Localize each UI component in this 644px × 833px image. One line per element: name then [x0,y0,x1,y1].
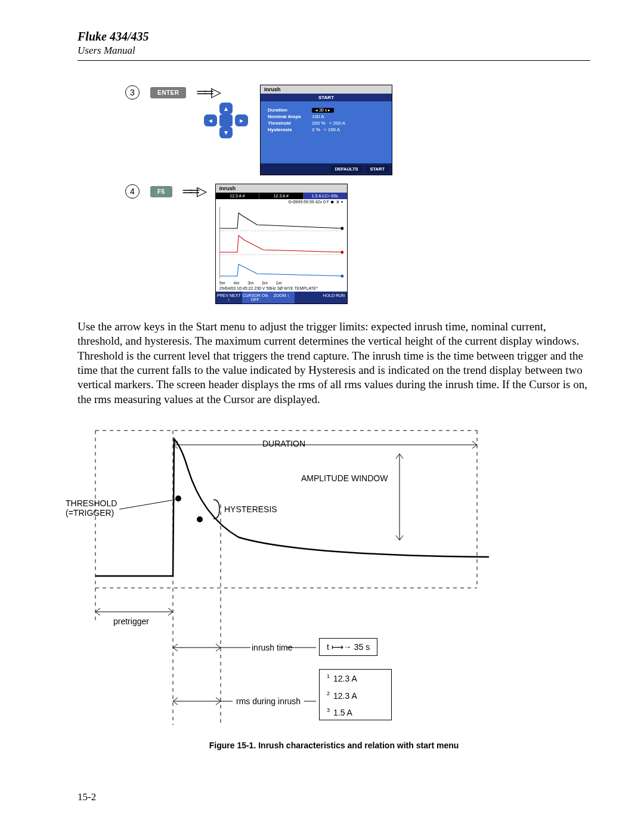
hysteresis-value: 2 % [312,127,320,132]
screen2-status: 29/04/03 10:45:22 230 V 50Hz 3Ø WYE TEMP… [216,286,347,292]
softkey-hold: HOLD RUN [321,292,347,304]
duration-value: ◂ 30 s ▸ [312,108,334,113]
svg-point-2 [340,227,343,230]
axis-5m: 5m [219,281,225,285]
screen2-tab2: 12.3 A # [259,193,303,199]
defaults-softkey: DEFAULTS [330,165,363,173]
softkey-prev-next: PREV NEXT ↕ [216,292,242,304]
r1-sup: 1 [327,673,330,679]
inrush-time-label: inrush time [252,643,292,652]
doc-title: Fluke 434/435 [78,30,590,44]
dpad-icon: ▴ ▾ ◂ ▸ [203,103,249,138]
figure-caption: Figure 15-1. Inrush characteristics and … [78,741,590,750]
axis-3m: 3m [247,281,253,285]
body-paragraph: Use the arrow keys in the Start menu to … [78,320,590,407]
softkey-cursor: CURSOR ON OFF [242,292,268,304]
svg-line-15 [119,500,175,509]
screen2-tab1: 12.3 A # [216,193,259,199]
inrush-trend-screen: Inrush 12.3 A # 12.3 A # 1.5 A LC= 65s 0… [215,184,348,304]
figure-15-1: DURATION AMPLITUDE WINDOW THRESHOLD (=TR… [83,421,489,737]
svg-point-13 [175,496,181,501]
r2-sup: 2 [327,690,330,696]
pretrigger-label: pretrigger [113,617,149,626]
amplitude-window-label: AMPLITUDE WINDOW [301,473,388,483]
hysteresis-label: Hysteresis [268,127,308,132]
t-readout-box: t ⟼→ 35 s [319,638,377,656]
rms-during-inrush-label: rms during inrush [236,696,301,706]
f5-key: F5 [150,186,172,197]
page-number: 15-2 [78,791,96,803]
svg-point-14 [197,516,203,522]
axis-1m: 1m [276,281,282,285]
arrow-icon: ══▷ [183,184,205,199]
screen2-title: Inrush [216,184,347,193]
r2-val: 12.3 A [333,690,357,700]
hysteresis-eq: = 190 A [324,127,340,132]
screen2-sub: 0=0999:59:59 42x 0 F ⏺ ⏸ ◆ [216,199,347,205]
screen2-tab3: 1.5 A LC= 65s [304,193,347,199]
step-4-row: 4 F5 ══▷ Inrush 12.3 A # 12.3 A # 1.5 A … [125,184,590,304]
nominal-value: 100 A [312,114,324,119]
dpad-down-icon: ▾ [219,126,233,138]
arrow-icon: ══▷ [197,85,218,100]
dpad-up-icon: ▴ [219,103,233,114]
screen2-plot [219,207,343,278]
threshold-eq: = 200 A [329,120,345,126]
softkey-blank [295,292,321,304]
threshold-label: Threshold [268,120,308,126]
axis-4m: 4m [234,281,240,285]
step-3-badge: 3 [125,85,140,100]
softkey-zoom: ZOOM ↕ [268,292,295,304]
hysteresis-text-label: HYSTERESIS [224,504,277,514]
threshold-trigger-label: THRESHOLD (=TRIGGER) [66,498,117,518]
screen1-bar: START [261,94,392,101]
screen1-title: Inrush [261,85,392,94]
start-softkey: START [366,165,389,173]
duration-label: Duration [268,107,308,113]
r3-sup: 3 [327,707,330,713]
step-3-row: 3 ENTER ══▷ ▴ ▾ ◂ ▸ Inrush START Duratio… [125,85,590,175]
dpad-right-icon: ▸ [235,114,248,126]
doc-subtitle: Users Manual [78,45,590,57]
dpad-left-icon: ◂ [204,114,217,126]
rms-readout-box: 112.3 A 212.3 A 31.5 A [319,669,392,720]
step-4-badge: 4 [125,184,140,199]
r1-val: 12.3 A [333,674,357,683]
svg-point-3 [340,251,343,254]
axis-2m: 2m [262,281,268,285]
enter-key: ENTER [150,87,186,98]
nominal-label: Nominal Amps [268,114,308,119]
duration-label: DURATION [262,439,305,448]
header-rule [78,60,590,61]
threshold-value: 200 % [312,120,326,126]
svg-point-4 [340,275,343,278]
inrush-start-screen: Inrush START Duration◂ 30 s ▸ Nominal Am… [260,85,392,175]
r3-val: 1.5 A [333,708,352,717]
